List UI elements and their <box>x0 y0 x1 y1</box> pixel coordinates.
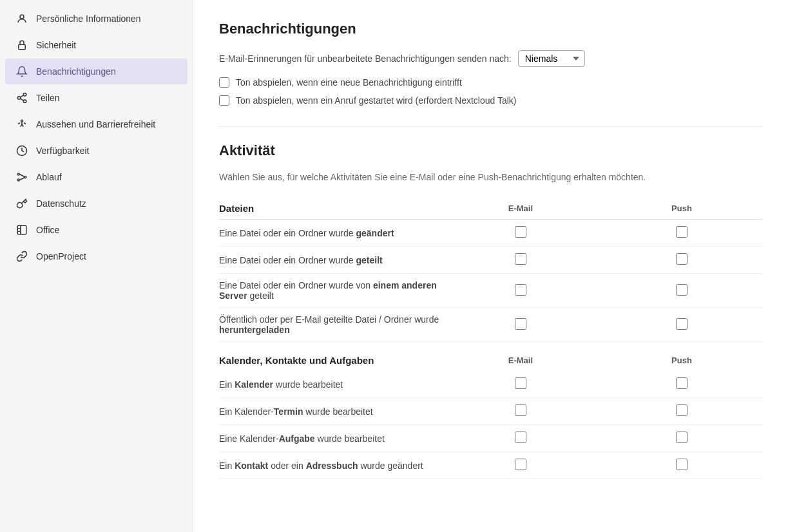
dateien-geteilt-email-checkbox[interactable] <box>515 253 526 265</box>
svg-rect-14 <box>17 225 26 234</box>
aktivitaet-description: Wählen Sie aus, für welche Aktivitäten S… <box>219 172 762 182</box>
row-label: Ein Kalender wurde bearbeitet <box>219 371 440 398</box>
dateien-anderen-server-email-checkbox[interactable] <box>515 284 526 296</box>
push-checkbox-cell <box>601 371 762 398</box>
row-label: Ein Kalender-Termin wurde bearbeitet <box>219 398 440 425</box>
termin-bearbeitet-email-checkbox[interactable] <box>515 404 526 416</box>
dateien-geaendert-push-checkbox[interactable] <box>676 226 687 238</box>
svg-point-2 <box>23 93 26 97</box>
svg-point-3 <box>17 97 21 100</box>
benachrichtigungen-section: Benachrichtigungen E-Mail-Erinnerungen f… <box>219 21 762 106</box>
row-label: Eine Datei oder ein Ordner wurde geänder… <box>219 220 440 247</box>
kalender-bearbeitet-push-checkbox[interactable] <box>676 377 687 389</box>
svg-point-0 <box>20 15 24 19</box>
kontakt-geaendert-push-checkbox[interactable] <box>676 459 687 470</box>
table-row: Ein Kalender-Termin wurde bearbeitet <box>219 398 762 425</box>
svg-line-13 <box>19 178 24 180</box>
row-label: Eine Datei oder ein Ordner wurde geteilt <box>219 247 440 274</box>
sound-call-checkbox[interactable] <box>219 95 229 106</box>
termin-bearbeitet-push-checkbox[interactable] <box>676 404 687 416</box>
table-row: Ein Kalender wurde bearbeitet <box>219 371 762 398</box>
sidebar-item-verfuegbarkeit[interactable]: Verfügbarkeit <box>5 138 187 164</box>
sidebar-item-label: Persönliche Informationen <box>36 14 141 24</box>
push-checkbox-cell <box>601 308 762 342</box>
svg-point-9 <box>17 173 19 175</box>
email-column-header: E-Mail <box>440 198 601 220</box>
email-checkbox-cell <box>440 371 601 398</box>
table-row: Eine Datei oder ein Ordner wurde von ein… <box>219 274 762 308</box>
sidebar-item-benachrichtigungen[interactable]: Benachrichtigungen <box>5 59 187 84</box>
main-content: Benachrichtigungen E-Mail-Erinnerungen f… <box>193 0 788 532</box>
sidebar-item-label: Datenschutz <box>36 198 86 209</box>
dateien-heruntergeladen-email-checkbox[interactable] <box>515 318 526 330</box>
kalender-section-label: Kalender, Kontakte und Aufgaben <box>219 342 440 372</box>
push-checkbox-cell <box>601 274 762 308</box>
push-checkbox-cell <box>601 398 762 425</box>
sidebar-item-label: Benachrichtigungen <box>36 66 116 77</box>
svg-point-7 <box>21 120 23 122</box>
svg-line-6 <box>20 95 23 97</box>
email-checkbox-cell <box>440 220 601 247</box>
sidebar-item-office[interactable]: Office <box>5 217 187 243</box>
row-label: Öffentlich oder per E-Mail geteilte Date… <box>219 308 440 342</box>
email-checkbox-cell <box>440 398 601 425</box>
kalender-bearbeitet-email-checkbox[interactable] <box>515 377 526 389</box>
openproject-icon <box>15 250 28 263</box>
share-icon <box>15 91 28 104</box>
dateien-section-label: Dateien <box>219 198 440 220</box>
sidebar-item-persoenliche-informationen[interactable]: Persönliche Informationen <box>5 6 187 32</box>
aktivitaet-section: Aktivität Wählen Sie aus, für welche Akt… <box>219 142 762 479</box>
sidebar-item-label: Sicherheit <box>36 40 76 50</box>
lock-icon <box>15 39 28 52</box>
kalender-email-col-header: E-Mail <box>440 342 601 372</box>
email-checkbox-cell <box>440 274 601 308</box>
kalender-push-col-header: Push <box>601 342 762 372</box>
bell-icon <box>15 65 28 78</box>
email-checkbox-cell <box>440 425 601 452</box>
accessibility-icon <box>15 118 28 131</box>
svg-line-5 <box>20 99 23 100</box>
svg-point-11 <box>24 176 26 178</box>
dateien-geaendert-email-checkbox[interactable] <box>515 226 526 238</box>
flow-icon <box>15 171 28 184</box>
email-checkbox-cell <box>440 452 601 479</box>
aufgabe-bearbeitet-push-checkbox[interactable] <box>676 432 687 443</box>
sidebar-item-teilen[interactable]: Teilen <box>5 85 187 111</box>
sidebar-item-datenschutz[interactable]: Datenschutz <box>5 191 187 216</box>
push-checkbox-cell <box>601 220 762 247</box>
svg-line-12 <box>19 175 24 177</box>
sidebar-item-ablauf[interactable]: Ablauf <box>5 164 187 190</box>
dateien-geteilt-push-checkbox[interactable] <box>676 253 687 265</box>
table-row: Eine Datei oder ein Ordner wurde geänder… <box>219 220 762 247</box>
row-label: Ein Kontakt oder ein Adressbuch wurde ge… <box>219 452 440 479</box>
person-icon <box>15 12 28 25</box>
dateien-heruntergeladen-push-checkbox[interactable] <box>676 318 687 330</box>
page-title: Benachrichtigungen <box>219 21 762 37</box>
push-checkbox-cell <box>601 452 762 479</box>
sidebar-item-label: Verfügbarkeit <box>36 146 90 156</box>
sound-notification-row: Ton abspielen, wenn eine neue Benachrich… <box>219 77 762 88</box>
office-icon <box>15 223 28 236</box>
section-divider <box>219 126 762 127</box>
sidebar-item-aussehen[interactable]: Aussehen und Barrierefreiheit <box>5 111 187 137</box>
aufgabe-bearbeitet-email-checkbox[interactable] <box>515 432 526 443</box>
email-reminder-row: E-Mail-Erinnerungen für unbearbeitete Be… <box>219 50 762 67</box>
sidebar-item-sicherheit[interactable]: Sicherheit <box>5 32 187 58</box>
sidebar-item-label: OpenProject <box>36 251 86 261</box>
table-row: Eine Datei oder ein Ordner wurde geteilt <box>219 247 762 274</box>
table-row: Öffentlich oder per E-Mail geteilte Date… <box>219 308 762 342</box>
email-checkbox-cell <box>440 308 601 342</box>
email-checkbox-cell <box>440 247 601 274</box>
sidebar-item-label: Teilen <box>36 93 60 103</box>
table-row: Eine Kalender-Aufgabe wurde bearbeitet <box>219 425 762 452</box>
push-column-header: Push <box>601 198 762 220</box>
sidebar-item-openproject[interactable]: OpenProject <box>5 243 187 269</box>
email-reminder-select[interactable]: Niemals 1 Stunde 3 Stunden 1 Tag 3 Tage … <box>518 50 585 67</box>
dateien-anderen-server-push-checkbox[interactable] <box>676 284 687 296</box>
svg-point-4 <box>23 100 26 103</box>
sound-call-row: Ton abspielen, wenn ein Anruf gestartet … <box>219 95 762 106</box>
key-icon <box>15 197 28 210</box>
sound-notification-checkbox[interactable] <box>219 77 229 88</box>
sound-call-label: Ton abspielen, wenn ein Anruf gestartet … <box>236 95 517 106</box>
kontakt-geaendert-email-checkbox[interactable] <box>515 459 526 470</box>
